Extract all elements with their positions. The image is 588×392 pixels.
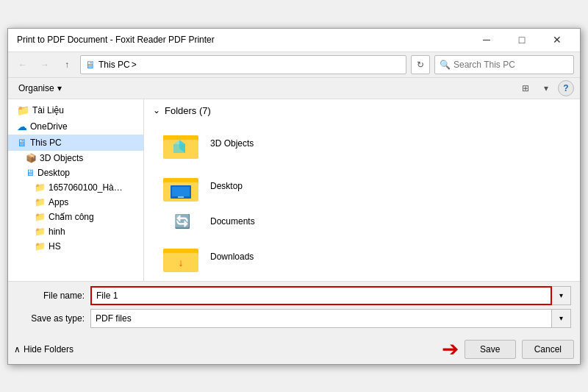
sidebar-item-tai-lieu[interactable]: 📁 Tài Liệu: [8, 102, 143, 118]
back-button[interactable]: ←: [14, 56, 32, 74]
hide-folders-chevron: ∧: [14, 344, 21, 354]
help-button[interactable]: ?: [558, 80, 574, 96]
address-bar[interactable]: 🖥 This PC >: [80, 55, 406, 74]
dialog-window: Print to PDF Document - Foxit Reader PDF…: [7, 28, 581, 365]
refresh-button[interactable]: ↻: [411, 55, 430, 74]
search-icon: 🔍: [440, 60, 451, 70]
folder-icon: 📁: [35, 197, 46, 207]
up-button[interactable]: ↑: [58, 56, 76, 74]
savetype-label: Save as type:: [17, 313, 90, 324]
sidebar-item-label: HS: [49, 241, 61, 252]
save-arrow-icon: ➔: [442, 339, 459, 360]
sidebar-item-label: This PC: [30, 138, 62, 148]
sidebar-item-apps[interactable]: 📁 Apps: [8, 195, 143, 210]
sidebar-item-label: Tài Liệu: [32, 105, 64, 115]
savetype-dropdown-button[interactable]: ▾: [552, 309, 571, 328]
folder-3d-icon: [163, 128, 201, 159]
3d-icon: 📦: [26, 153, 37, 163]
sidebar-item-1657[interactable]: 📁 1657060100_Hà…: [8, 180, 143, 195]
bottom-area: File name: ▾ Save as type: PDF files ▾: [8, 281, 580, 336]
sidebar-item-hinh[interactable]: 📁 hinh: [8, 224, 143, 239]
close-button[interactable]: ✕: [540, 29, 574, 51]
svg-rect-11: [178, 196, 184, 198]
folder-name: Desktop: [210, 181, 243, 191]
title-bar: Print to PDF Document - Foxit Reader PDF…: [8, 29, 580, 52]
arrow-container: ➔: [442, 339, 459, 360]
folder-icon: 📁: [35, 227, 46, 237]
sidebar-item-3d-objects[interactable]: 📦 3D Objects: [8, 151, 143, 165]
list-item[interactable]: ↓ Downloads: [159, 238, 571, 275]
folder-icon: 📁: [35, 241, 46, 252]
list-item[interactable]: 3D Objects: [159, 125, 571, 162]
folder-icon: 📁: [17, 104, 29, 116]
sidebar-item-label: OneDrive: [30, 121, 68, 132]
filename-input[interactable]: [90, 286, 552, 305]
view-button[interactable]: ⊞: [517, 80, 534, 96]
desktop-folder-icon: 🖥: [26, 168, 35, 178]
organise-label: Organise: [18, 83, 54, 93]
footer-bar: ∧ Hide Folders ➔ Save Cancel: [8, 336, 580, 364]
footer-actions: ➔ Save Cancel: [442, 339, 574, 360]
organise-button[interactable]: Organise ▾: [14, 82, 66, 95]
main-area: 📁 Tài Liệu ☁ OneDrive 🖥 This PC 📦 3D Obj…: [8, 99, 580, 281]
sidebar-item-cham-cong[interactable]: 📁 Chấm công: [8, 210, 143, 224]
organise-toolbar: Organise ▾ ⊞ ▾ ?: [8, 78, 580, 99]
cloud-icon: ☁: [17, 121, 27, 132]
folder-name: Documents: [210, 216, 255, 227]
save-button[interactable]: Save: [465, 340, 516, 359]
sidebar-item-label: Desktop: [37, 168, 70, 178]
sidebar-item-desktop[interactable]: 🖥 Desktop: [8, 165, 143, 180]
folder-downloads-icon: ↓: [163, 241, 201, 272]
folder-icon: 📁: [35, 212, 46, 222]
sidebar-item-this-pc[interactable]: 🖥 This PC: [8, 135, 143, 151]
maximize-button[interactable]: □: [505, 29, 539, 51]
search-input[interactable]: [453, 60, 569, 70]
sidebar-item-onedrive[interactable]: ☁ OneDrive: [8, 118, 143, 135]
sidebar-item-label: hinh: [49, 227, 65, 237]
section-label: Folders (7): [165, 105, 211, 116]
folder-icon: 📁: [35, 182, 46, 193]
folder-name: 3D Objects: [210, 138, 254, 149]
title-controls: ─ □ ✕: [470, 29, 574, 51]
minimize-button[interactable]: ─: [470, 29, 503, 51]
list-item[interactable]: Desktop: [159, 168, 571, 204]
svg-text:↓: ↓: [179, 257, 184, 268]
filename-label: File name:: [17, 291, 90, 301]
list-item[interactable]: 🔄 Documents: [159, 210, 571, 232]
search-bar[interactable]: 🔍: [434, 55, 574, 74]
nav-toolbar: ← → ↑ 🖥 This PC > ↻ 🔍: [8, 52, 580, 78]
folder-desktop-icon: [163, 171, 201, 202]
savetype-select[interactable]: PDF files: [90, 309, 552, 328]
view-chevron-button[interactable]: ▾: [537, 80, 555, 96]
section-header: ⌄ Folders (7): [153, 105, 571, 116]
filename-dropdown-button[interactable]: ▾: [552, 286, 571, 305]
organise-chevron: ▾: [57, 83, 62, 93]
sidebar-item-hs[interactable]: 📁 HS: [8, 239, 143, 254]
folders-grid: 3D Objects Desktop 🔄: [153, 125, 571, 275]
filename-row: File name: ▾: [17, 286, 571, 305]
section-chevron: ⌄: [153, 105, 160, 115]
folder-name: Downloads: [210, 252, 254, 262]
pc-icon: 🖥: [85, 59, 96, 71]
sidebar: 📁 Tài Liệu ☁ OneDrive 🖥 This PC 📦 3D Obj…: [8, 99, 144, 281]
hide-folders-label: Hide Folders: [24, 344, 74, 354]
cancel-button[interactable]: Cancel: [522, 340, 574, 359]
svg-rect-10: [172, 187, 190, 196]
forward-button[interactable]: →: [36, 56, 54, 74]
sidebar-item-label: Chấm công: [49, 212, 94, 222]
title-text: Print to PDF Document - Foxit Reader PDF…: [17, 35, 215, 45]
sidebar-item-label: 3D Objects: [40, 153, 83, 163]
savetype-row: Save as type: PDF files ▾: [17, 309, 571, 328]
toolbar2-right: ⊞ ▾ ?: [517, 80, 574, 96]
pc-icon: 🖥: [17, 137, 27, 149]
address-path: This PC >: [98, 60, 137, 70]
sidebar-item-label: 1657060100_Hà…: [49, 182, 123, 193]
hide-folders-button[interactable]: ∧ Hide Folders: [14, 344, 74, 354]
sync-icon: 🔄: [163, 213, 201, 229]
sidebar-item-label: Apps: [49, 197, 68, 207]
content-area: ⌄ Folders (7) 3D Objects: [144, 99, 580, 281]
